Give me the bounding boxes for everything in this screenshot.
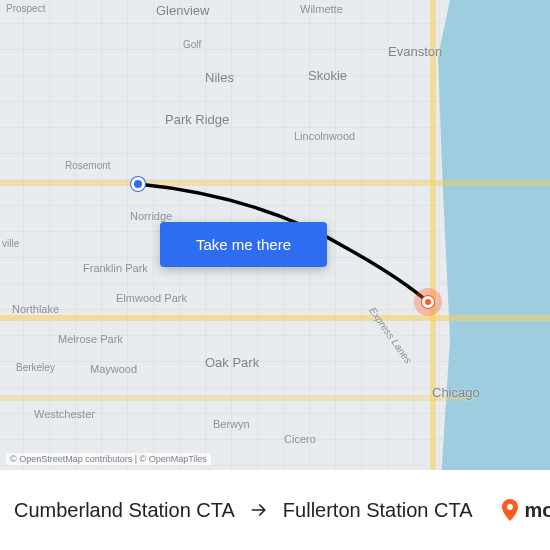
- place-label: Chicago: [432, 385, 480, 400]
- place-label: Glenview: [156, 3, 209, 18]
- place-label: Golf: [183, 39, 201, 50]
- place-label: Maywood: [90, 363, 137, 375]
- place-label: Evanston: [388, 44, 442, 59]
- place-label: Westchester: [34, 408, 95, 420]
- to-station-label: Fullerton Station CTA: [283, 499, 473, 522]
- svg-point-0: [507, 504, 513, 510]
- origin-marker[interactable]: [131, 177, 145, 191]
- place-label: Berwyn: [213, 418, 250, 430]
- footer-bar: Cumberland Station CTA Fullerton Station…: [0, 470, 550, 550]
- map-attribution: © OpenStreetMap contributors | © OpenMap…: [6, 453, 211, 465]
- from-station-label: Cumberland Station CTA: [14, 499, 235, 522]
- place-label: ville: [2, 238, 19, 249]
- place-label: Lincolnwood: [294, 130, 355, 142]
- place-label: Cicero: [284, 433, 316, 445]
- place-label: Franklin Park: [83, 262, 148, 274]
- arrow-right-icon: [249, 500, 269, 520]
- highway: [0, 315, 550, 321]
- map-container[interactable]: Prospect Glenview Wilmette Golf Evanston…: [0, 0, 550, 550]
- place-label: Berkeley: [16, 362, 55, 373]
- moovit-logo[interactable]: moovit: [501, 498, 550, 522]
- place-label: Park Ridge: [165, 112, 229, 127]
- place-label: Wilmette: [300, 3, 343, 15]
- place-label: Niles: [205, 70, 234, 85]
- take-me-there-button[interactable]: Take me there: [160, 222, 327, 267]
- destination-marker[interactable]: [422, 296, 434, 308]
- place-label: Melrose Park: [58, 333, 123, 345]
- place-label: Northlake: [12, 303, 59, 315]
- place-label: Skokie: [308, 68, 347, 83]
- place-label: Elmwood Park: [116, 292, 187, 304]
- place-label: Oak Park: [205, 355, 259, 370]
- highway: [0, 180, 550, 186]
- moovit-mark-icon: [501, 498, 519, 522]
- place-label: Prospect: [6, 3, 45, 14]
- place-label: Rosemont: [65, 160, 111, 171]
- moovit-wordmark: moovit: [525, 499, 550, 522]
- highway: [0, 395, 470, 401]
- place-label: Norridge: [130, 210, 172, 222]
